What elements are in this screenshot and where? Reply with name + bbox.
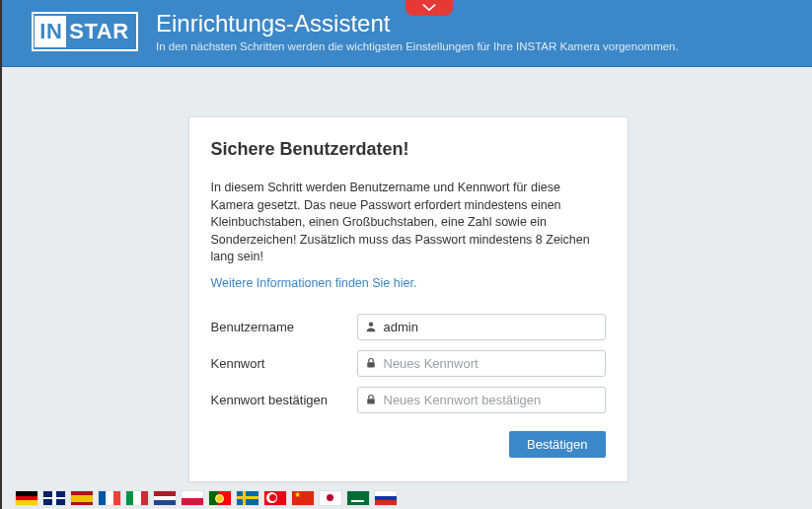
- lock-icon: [365, 394, 377, 405]
- svg-point-0: [368, 323, 373, 327]
- more-info-link[interactable]: Weitere Informationen finden Sie hier.: [211, 276, 606, 290]
- user-icon: [365, 321, 377, 332]
- password-input[interactable]: [357, 350, 606, 377]
- credentials-card: Sichere Benutzerdaten! In diesem Schritt…: [188, 116, 628, 482]
- flag-nl[interactable]: [154, 491, 176, 505]
- flag-se[interactable]: [237, 491, 258, 505]
- svg-rect-2: [367, 399, 375, 403]
- logo-text-right: STAR: [66, 16, 134, 47]
- pulldown-tab[interactable]: [406, 0, 453, 16]
- flag-gb[interactable]: [43, 491, 65, 505]
- username-input[interactable]: [357, 314, 606, 340]
- flag-pl[interactable]: [182, 491, 203, 505]
- flag-pt[interactable]: [209, 491, 231, 505]
- flag-cn[interactable]: [292, 491, 314, 505]
- flag-ru[interactable]: [375, 491, 397, 505]
- confirm-button[interactable]: Bestätigen: [509, 431, 605, 458]
- lock-icon: [365, 357, 377, 369]
- confirm-password-input[interactable]: [357, 387, 606, 413]
- page-subtitle: In den nächsten Schritten werden die wic…: [156, 40, 679, 52]
- flag-de[interactable]: [16, 491, 37, 505]
- card-description: In diesem Schritt werden Benutzername un…: [211, 180, 606, 266]
- card-heading: Sichere Benutzerdaten!: [211, 139, 606, 160]
- flag-tr[interactable]: [264, 491, 286, 505]
- flag-sa[interactable]: [347, 491, 369, 505]
- username-label: Benutzername: [211, 320, 357, 334]
- brand-logo: IN STAR: [32, 12, 138, 51]
- flag-es[interactable]: [71, 491, 93, 505]
- flag-it[interactable]: [126, 491, 148, 505]
- confirm-password-label: Kennwort bestätigen: [211, 393, 357, 407]
- flag-jp[interactable]: [320, 491, 341, 505]
- svg-rect-1: [367, 362, 375, 367]
- language-flags: [16, 491, 397, 505]
- flag-fr[interactable]: [99, 491, 120, 505]
- logo-text-left: IN: [35, 16, 66, 47]
- password-label: Kennwort: [211, 356, 357, 371]
- chevron-down-icon: [422, 0, 436, 16]
